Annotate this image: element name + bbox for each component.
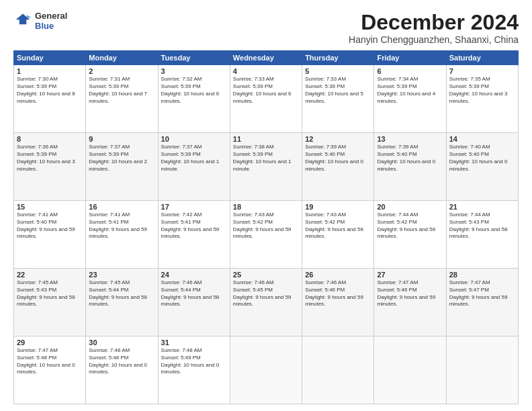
table-row [230,336,302,404]
day-number: 28 [449,271,515,279]
day-info: Sunrise: 7:31 AMSunset: 5:39 PMDaylight:… [89,76,154,105]
table-row: 8Sunrise: 7:36 AMSunset: 5:39 PMDaylight… [14,133,86,201]
logo: General Blue [13,11,67,31]
day-number: 16 [89,203,154,211]
table-row: 14Sunrise: 7:40 AMSunset: 5:40 PMDayligh… [446,133,518,201]
day-number: 26 [305,271,371,279]
day-number: 27 [377,271,443,279]
day-number: 17 [161,203,227,211]
table-row: 3Sunrise: 7:32 AMSunset: 5:39 PMDaylight… [158,65,230,133]
day-number: 22 [17,271,83,279]
day-info: Sunrise: 7:46 AMSunset: 5:45 PMDaylight:… [233,279,299,308]
table-row: 29Sunrise: 7:47 AMSunset: 5:48 PMDayligh… [14,336,86,404]
table-row: 23Sunrise: 7:45 AMSunset: 5:44 PMDayligh… [86,269,158,336]
table-row: 12Sunrise: 7:39 AMSunset: 5:40 PMDayligh… [302,133,374,201]
table-row: 18Sunrise: 7:43 AMSunset: 5:42 PMDayligh… [230,201,302,269]
table-row: 1Sunrise: 7:30 AMSunset: 5:39 PMDaylight… [14,65,86,133]
table-row: 22Sunrise: 7:45 AMSunset: 5:43 PMDayligh… [14,269,86,336]
day-info: Sunrise: 7:32 AMSunset: 5:39 PMDaylight:… [161,76,227,105]
day-info: Sunrise: 7:47 AMSunset: 5:46 PMDaylight:… [377,279,443,308]
table-row: 2Sunrise: 7:31 AMSunset: 5:39 PMDaylight… [86,65,158,133]
day-info: Sunrise: 7:35 AMSunset: 5:39 PMDaylight:… [449,76,515,105]
col-friday: Friday [374,51,446,65]
day-info: Sunrise: 7:42 AMSunset: 5:41 PMDaylight:… [161,212,227,240]
day-info: Sunrise: 7:33 AMSunset: 5:39 PMDaylight:… [233,76,299,105]
table-row: 10Sunrise: 7:37 AMSunset: 5:39 PMDayligh… [158,133,230,201]
day-number: 2 [89,67,154,75]
day-info: Sunrise: 7:39 AMSunset: 5:40 PMDaylight:… [305,144,371,173]
day-number: 14 [449,135,515,143]
day-number: 25 [233,271,299,279]
table-row: 21Sunrise: 7:44 AMSunset: 5:43 PMDayligh… [446,201,518,269]
table-row: 5Sunrise: 7:33 AMSunset: 5:39 PMDaylight… [302,65,374,133]
day-number: 4 [233,67,299,75]
day-number: 5 [305,67,371,75]
day-number: 21 [449,203,515,211]
day-info: Sunrise: 7:47 AMSunset: 5:47 PMDaylight:… [449,279,515,308]
table-row: 17Sunrise: 7:42 AMSunset: 5:41 PMDayligh… [158,201,230,269]
col-sunday: Sunday [14,51,86,65]
day-info: Sunrise: 7:38 AMSunset: 5:39 PMDaylight:… [233,144,299,173]
col-thursday: Thursday [302,51,374,65]
table-row [302,336,374,404]
table-row: 15Sunrise: 7:41 AMSunset: 5:40 PMDayligh… [14,201,86,269]
day-info: Sunrise: 7:48 AMSunset: 5:48 PMDaylight:… [89,347,154,376]
day-info: Sunrise: 7:40 AMSunset: 5:40 PMDaylight:… [449,144,515,173]
day-info: Sunrise: 7:43 AMSunset: 5:42 PMDaylight:… [305,212,371,240]
col-saturday: Saturday [446,51,518,65]
day-info: Sunrise: 7:48 AMSunset: 5:49 PMDaylight:… [161,347,227,376]
title-block: December 2024 Hanyin Chengguanzhen, Shaa… [349,11,519,45]
table-row: 6Sunrise: 7:34 AMSunset: 5:39 PMDaylight… [374,65,446,133]
table-row: 4Sunrise: 7:33 AMSunset: 5:39 PMDaylight… [230,65,302,133]
table-row [374,336,446,404]
day-number: 10 [161,135,227,143]
day-number: 8 [17,135,83,143]
location: Hanyin Chengguanzhen, Shaanxi, China [349,34,519,45]
table-row: 26Sunrise: 7:46 AMSunset: 5:46 PMDayligh… [302,269,374,336]
day-number: 12 [305,135,371,143]
table-row: 11Sunrise: 7:38 AMSunset: 5:39 PMDayligh… [230,133,302,201]
day-number: 1 [17,67,83,75]
day-number: 20 [377,203,443,211]
day-info: Sunrise: 7:47 AMSunset: 5:48 PMDaylight:… [17,347,83,376]
table-row: 27Sunrise: 7:47 AMSunset: 5:46 PMDayligh… [374,269,446,336]
day-number: 31 [161,338,227,347]
day-number: 13 [377,135,443,143]
logo-text: General Blue [35,11,67,31]
day-info: Sunrise: 7:43 AMSunset: 5:42 PMDaylight:… [233,212,299,240]
table-row: 19Sunrise: 7:43 AMSunset: 5:42 PMDayligh… [302,201,374,269]
day-info: Sunrise: 7:41 AMSunset: 5:41 PMDaylight:… [89,212,154,240]
day-number: 24 [161,271,227,279]
day-number: 29 [17,338,83,347]
table-row: 24Sunrise: 7:46 AMSunset: 5:44 PMDayligh… [158,269,230,336]
table-row: 13Sunrise: 7:39 AMSunset: 5:40 PMDayligh… [374,133,446,201]
table-row: 20Sunrise: 7:44 AMSunset: 5:42 PMDayligh… [374,201,446,269]
table-row: 7Sunrise: 7:35 AMSunset: 5:39 PMDaylight… [446,65,518,133]
day-number: 23 [89,271,154,279]
day-info: Sunrise: 7:37 AMSunset: 5:39 PMDaylight:… [89,144,154,173]
day-number: 11 [233,135,299,143]
table-row [446,336,518,404]
day-info: Sunrise: 7:37 AMSunset: 5:39 PMDaylight:… [161,144,227,173]
table-row: 16Sunrise: 7:41 AMSunset: 5:41 PMDayligh… [86,201,158,269]
col-wednesday: Wednesday [230,51,302,65]
table-row: 9Sunrise: 7:37 AMSunset: 5:39 PMDaylight… [86,133,158,201]
calendar-header-row: Sunday Monday Tuesday Wednesday Thursday… [14,51,519,65]
day-number: 30 [89,338,154,347]
svg-marker-0 [16,14,30,25]
day-info: Sunrise: 7:34 AMSunset: 5:39 PMDaylight:… [377,76,443,105]
day-number: 15 [17,203,83,211]
day-number: 9 [89,135,154,143]
day-info: Sunrise: 7:46 AMSunset: 5:46 PMDaylight:… [305,279,371,308]
table-row: 25Sunrise: 7:46 AMSunset: 5:45 PMDayligh… [230,269,302,336]
day-number: 19 [305,203,371,211]
day-info: Sunrise: 7:33 AMSunset: 5:39 PMDaylight:… [305,76,371,105]
day-number: 7 [449,67,515,75]
day-info: Sunrise: 7:41 AMSunset: 5:40 PMDaylight:… [17,212,83,240]
day-number: 18 [233,203,299,211]
day-info: Sunrise: 7:39 AMSunset: 5:40 PMDaylight:… [377,144,443,173]
day-info: Sunrise: 7:44 AMSunset: 5:43 PMDaylight:… [449,212,515,240]
table-row: 31Sunrise: 7:48 AMSunset: 5:49 PMDayligh… [158,336,230,404]
day-info: Sunrise: 7:46 AMSunset: 5:44 PMDaylight:… [161,279,227,308]
calendar-table: Sunday Monday Tuesday Wednesday Thursday… [13,50,519,404]
